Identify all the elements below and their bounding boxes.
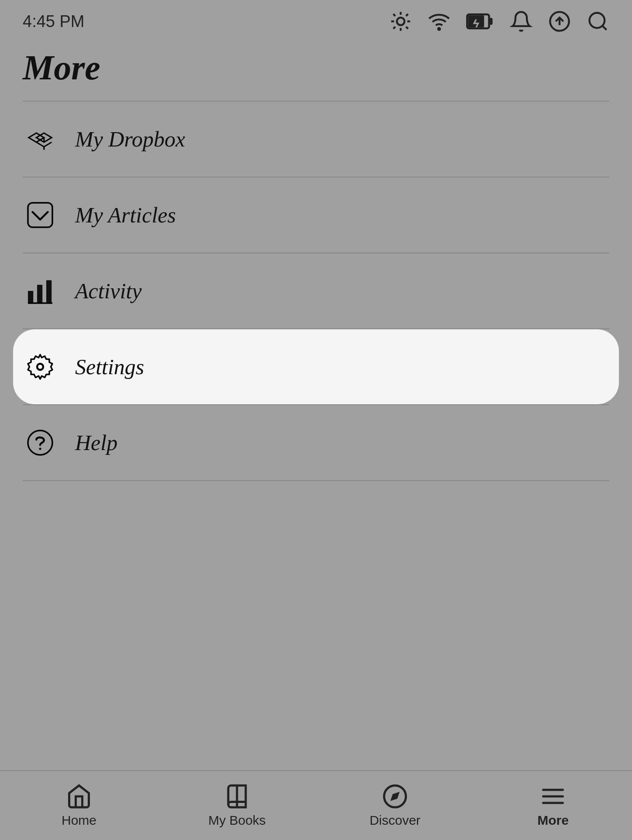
status-bar: 4:45 PM bbox=[0, 0, 632, 39]
nav-more[interactable]: More bbox=[474, 783, 632, 828]
status-icons bbox=[389, 10, 609, 33]
nav-home[interactable]: Home bbox=[0, 783, 158, 828]
svg-line-16 bbox=[602, 26, 606, 30]
menu-item-help[interactable]: Help bbox=[0, 405, 632, 480]
books-icon bbox=[224, 783, 250, 809]
nav-home-label: Home bbox=[62, 813, 96, 828]
nav-mybooks[interactable]: My Books bbox=[158, 783, 316, 828]
page-title: More bbox=[23, 48, 609, 88]
home-icon bbox=[66, 783, 92, 809]
svg-line-3 bbox=[393, 14, 395, 16]
menu-item-articles[interactable]: My Articles bbox=[0, 178, 632, 253]
svg-marker-28 bbox=[390, 792, 399, 801]
activity-icon bbox=[23, 273, 58, 308]
menu-item-dropbox[interactable]: My Dropbox bbox=[0, 102, 632, 177]
brightness-icon bbox=[389, 10, 412, 33]
menu-list: My Dropbox My Articles Activity bbox=[0, 102, 632, 481]
svg-line-8 bbox=[406, 14, 408, 16]
more-icon bbox=[540, 783, 566, 809]
battery-icon bbox=[466, 10, 494, 33]
discover-icon bbox=[382, 783, 408, 809]
svg-point-23 bbox=[37, 364, 43, 370]
svg-rect-21 bbox=[46, 280, 52, 304]
wifi-icon bbox=[428, 10, 450, 33]
settings-icon bbox=[23, 349, 58, 384]
nav-mybooks-label: My Books bbox=[208, 813, 266, 828]
svg-point-15 bbox=[590, 13, 605, 28]
svg-point-9 bbox=[438, 28, 440, 30]
menu-item-activity-label: Activity bbox=[75, 278, 142, 304]
svg-point-24 bbox=[28, 430, 52, 455]
svg-point-25 bbox=[39, 447, 41, 450]
svg-rect-20 bbox=[37, 285, 42, 303]
menu-item-settings-label: Settings bbox=[75, 354, 144, 379]
dropbox-icon bbox=[23, 122, 58, 157]
page-title-section: More bbox=[0, 39, 632, 101]
menu-item-settings[interactable]: Settings bbox=[13, 329, 619, 404]
svg-line-4 bbox=[406, 27, 408, 29]
svg-rect-18 bbox=[28, 203, 52, 227]
notification-icon bbox=[510, 10, 532, 33]
help-icon bbox=[23, 425, 58, 460]
search-icon[interactable] bbox=[587, 10, 609, 33]
sync-icon bbox=[548, 10, 571, 33]
svg-rect-12 bbox=[468, 15, 484, 27]
status-time: 4:45 PM bbox=[23, 12, 85, 31]
menu-item-dropbox-label: My Dropbox bbox=[75, 126, 185, 152]
nav-discover[interactable]: Discover bbox=[316, 783, 474, 828]
svg-line-7 bbox=[393, 27, 395, 29]
menu-item-help-label: Help bbox=[75, 430, 117, 455]
svg-rect-19 bbox=[28, 291, 33, 303]
svg-point-0 bbox=[397, 17, 404, 25]
bottom-navigation: Home My Books Discover bbox=[0, 770, 632, 840]
divider-5 bbox=[23, 480, 609, 481]
menu-item-activity[interactable]: Activity bbox=[0, 253, 632, 328]
nav-discover-label: Discover bbox=[370, 813, 421, 828]
nav-more-label: More bbox=[537, 813, 569, 828]
pocket-icon bbox=[23, 198, 58, 232]
menu-item-articles-label: My Articles bbox=[75, 202, 176, 228]
